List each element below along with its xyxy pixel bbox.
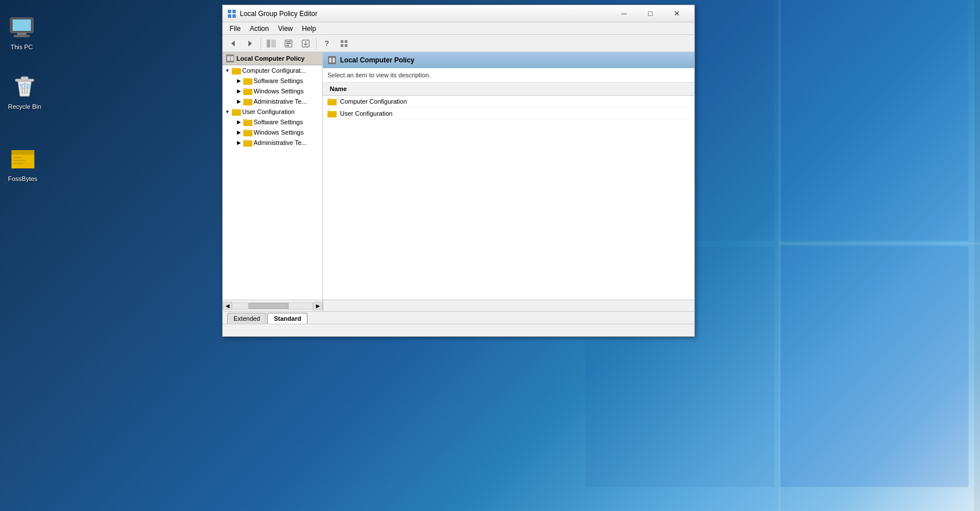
tree-item-windows-settings-uc[interactable]: ▶ Windows Settings [223, 127, 322, 137]
menu-action[interactable]: Action [245, 23, 273, 34]
tree-item-admin-te-cc[interactable]: ▶ Administrative Te... [223, 96, 322, 107]
scroll-right-arrow[interactable]: ▶ [313, 302, 322, 310]
fossbytes-label: FossBytes [8, 175, 37, 182]
tree-label-windows-cc: Windows Settings [254, 88, 303, 95]
menu-file[interactable]: File [225, 23, 245, 34]
extra-button[interactable] [336, 37, 352, 50]
tree-item-admin-te-uc[interactable]: ▶ Administrative Te... [223, 137, 322, 148]
list-icon-computer-config [327, 97, 337, 105]
column-name: Name [327, 84, 690, 93]
export-button[interactable] [298, 37, 314, 50]
expand-windows-cc[interactable]: ▶ [235, 88, 242, 95]
minimize-button[interactable]: ─ [611, 5, 637, 22]
horizontal-scrollbar[interactable] [232, 302, 313, 309]
menu-view[interactable]: View [274, 23, 298, 34]
expand-admin-uc[interactable]: ▶ [235, 139, 242, 146]
svg-rect-29 [286, 43, 291, 44]
window-controls: ─ □ ✕ [611, 5, 690, 22]
help-button[interactable]: ? [319, 37, 335, 50]
menu-help[interactable]: Help [298, 23, 321, 34]
svg-rect-60 [327, 99, 331, 100]
this-pc-icon [8, 14, 35, 41]
description-text: Select an item to view its description. [327, 72, 430, 78]
tree-item-windows-settings-cc[interactable]: ▶ Windows Settings [223, 86, 322, 96]
list-row-computer-config[interactable]: Computer Configuration [323, 96, 694, 108]
svg-rect-49 [232, 109, 236, 111]
svg-rect-51 [243, 119, 247, 121]
toolbar: ? [223, 35, 694, 52]
tree-header: Local Computer Policy [223, 52, 322, 65]
expand-admin-cc[interactable]: ▶ [235, 98, 242, 105]
show-hide-tree-button[interactable] [263, 37, 279, 50]
svg-rect-17 [14, 160, 25, 161]
svg-rect-20 [232, 10, 236, 13]
svg-rect-33 [345, 40, 347, 43]
folder-icon-computer-config [232, 66, 241, 74]
tree-item-software-settings-cc[interactable]: ▶ Software Settings [223, 76, 322, 86]
tree-item-software-settings-uc[interactable]: ▶ Software Settings [223, 117, 322, 127]
this-pc-label: This PC [10, 44, 33, 50]
tree-label-admin-cc: Administrative Te... [254, 98, 307, 105]
folder-icon-software-uc [243, 118, 252, 126]
expand-user-config[interactable]: ▾ [224, 108, 231, 115]
svg-rect-16 [14, 157, 22, 158]
tab-extended[interactable]: Extended [227, 313, 266, 324]
svg-rect-55 [243, 140, 247, 141]
svg-rect-43 [243, 78, 247, 80]
group-policy-editor-window: Local Group Policy Editor ─ □ ✕ File Act… [222, 5, 695, 337]
tree-header-text: Local Computer Policy [236, 55, 305, 62]
list-row-user-config[interactable]: User Configuration [323, 108, 694, 120]
scrollbar-thumb[interactable] [248, 303, 289, 309]
list-icon-user-config [327, 109, 337, 117]
svg-rect-22 [232, 14, 236, 18]
svg-rect-53 [243, 129, 247, 131]
menu-bar: File Action View Help [223, 22, 694, 35]
svg-rect-4 [779, 0, 781, 511]
expand-windows-uc[interactable]: ▶ [235, 129, 242, 136]
svg-rect-15 [11, 150, 34, 155]
app-icon [227, 9, 236, 18]
folder-icon-windows-cc [243, 87, 252, 95]
tab-standard[interactable]: Standard [267, 313, 307, 324]
expand-software-cc[interactable]: ▶ [235, 77, 242, 84]
svg-rect-47 [243, 99, 247, 100]
svg-rect-34 [341, 44, 343, 47]
svg-rect-35 [345, 44, 347, 47]
folder-icon-admin-cc [243, 97, 252, 105]
expand-software-uc[interactable]: ▶ [235, 119, 242, 125]
tree-panel: Local Computer Policy ▾ Computer Configu… [223, 52, 323, 300]
svg-rect-32 [341, 40, 343, 43]
right-header-text: Local Computer Policy [340, 56, 414, 64]
tree-label-computer-config: Computer Configurat... [242, 67, 306, 74]
tree-item-user-config[interactable]: ▾ User Configuration [223, 107, 322, 117]
properties-button[interactable] [280, 37, 297, 50]
tree-item-computer-config[interactable]: ▾ Computer Configurat... [223, 65, 322, 76]
back-button[interactable] [225, 37, 241, 50]
svg-rect-26 [271, 40, 276, 48]
main-content: Local Computer Policy ▾ Computer Configu… [223, 52, 694, 300]
bottom-scrollbar-bar: ◀ ▶ [223, 300, 694, 311]
svg-rect-58 [333, 58, 335, 62]
svg-rect-25 [267, 40, 270, 48]
folder-icon-software-cc [243, 77, 252, 85]
content-list: Computer Configuration User Configuratio… [323, 96, 694, 300]
title-bar: Local Group Policy Editor ─ □ ✕ [223, 5, 694, 22]
svg-rect-9 [13, 19, 31, 31]
list-text-user-config: User Configuration [340, 110, 393, 117]
maximize-button[interactable]: □ [637, 5, 663, 22]
svg-rect-2 [780, 246, 969, 487]
toolbar-separator-2 [316, 38, 317, 49]
expand-computer-config[interactable]: ▾ [224, 67, 231, 74]
scroll-left-arrow[interactable]: ◀ [223, 302, 232, 310]
forward-button[interactable] [242, 37, 258, 50]
desktop-icon-this-pc[interactable]: This PC [6, 11, 38, 53]
desktop: This PC Recycle Bin FossBytes [0, 0, 980, 511]
desktop-icon-fossbytes[interactable]: FossBytes [6, 143, 39, 184]
svg-rect-10 [17, 33, 26, 35]
tree-label-software-uc: Software Settings [254, 119, 303, 125]
close-button[interactable]: ✕ [663, 5, 690, 22]
svg-rect-11 [14, 35, 30, 37]
svg-rect-5 [780, 242, 980, 245]
desktop-icon-recycle-bin[interactable]: Recycle Bin [6, 71, 44, 112]
tree-header-icon [226, 54, 234, 62]
